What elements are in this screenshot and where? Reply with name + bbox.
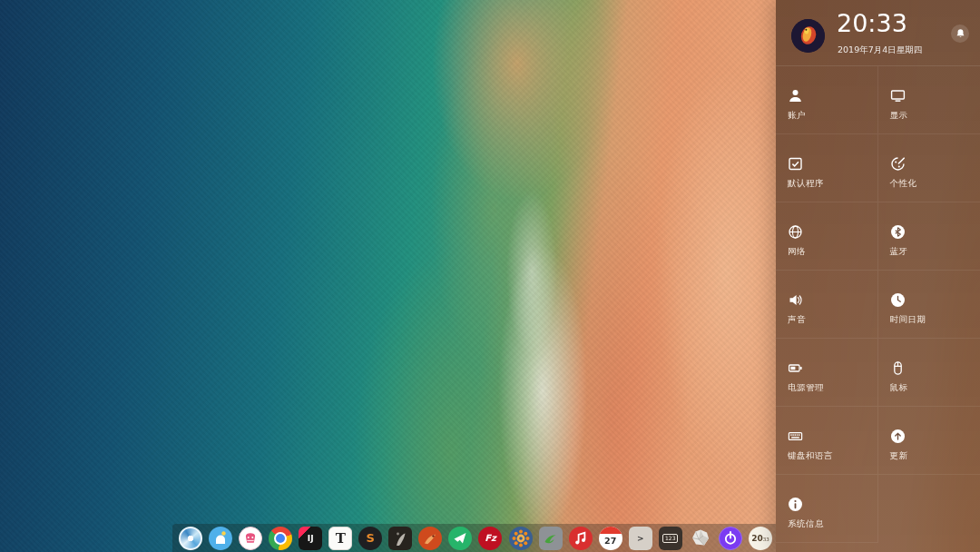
music-player-icon[interactable] [569, 527, 593, 550]
dock-clock-minutes: 33 [763, 537, 769, 542]
settings-item-mouse[interactable]: 鼠标 [878, 339, 980, 407]
send-app-icon[interactable] [448, 527, 472, 550]
dock-clock-icon[interactable]: 20 33 [749, 527, 772, 550]
notification-button[interactable] [951, 25, 969, 43]
calendar-header [599, 527, 622, 534]
keypad-label: 123 [662, 534, 678, 543]
dock-clock-hours: 20 [751, 534, 763, 543]
control-center-panel: 20:33 2019年7月4日星期四 账户 [776, 0, 980, 552]
terminal-glyph: > [637, 534, 644, 543]
typora-icon[interactable]: T [328, 527, 352, 550]
bell-icon [956, 28, 965, 39]
music-app-icon[interactable] [239, 527, 262, 550]
store-glyph [209, 527, 232, 550]
settings-item-label: 时间日期 [890, 314, 980, 326]
settings-item-accounts[interactable]: 账户 [776, 66, 878, 134]
launcher-icon[interactable] [179, 527, 202, 550]
shutdown-icon[interactable] [719, 527, 742, 550]
avatar-image [791, 19, 825, 53]
mouse-icon [890, 360, 906, 376]
store-app-icon[interactable] [209, 527, 232, 550]
paper-plane-glyph [448, 527, 472, 550]
settings-grid: 账户 显示 默认程序 [776, 66, 980, 543]
trash-icon[interactable] [689, 527, 712, 550]
sublime-label: S [367, 531, 375, 545]
chrome-icon[interactable] [269, 527, 292, 550]
settings-item-label: 蓝牙 [890, 246, 980, 258]
filezilla-label: Fz [485, 533, 496, 543]
display-icon [890, 88, 906, 104]
crumpled-paper-glyph [689, 527, 712, 550]
dragon-glyph [539, 527, 563, 550]
sublime-text-icon[interactable]: S [358, 527, 382, 550]
power-icon [788, 360, 803, 376]
user-icon [788, 88, 803, 104]
photo-app-icon[interactable] [388, 527, 412, 550]
network-icon [788, 224, 803, 240]
settings-item-bluetooth[interactable]: 蓝牙 [878, 202, 980, 271]
panel-clock: 20:33 [837, 9, 907, 37]
settings-item-label: 系统信息 [788, 518, 877, 530]
orange-app-glyph [418, 527, 442, 550]
settings-item-label: 默认程序 [788, 178, 877, 190]
default-apps-icon [788, 156, 803, 172]
typora-label: T [336, 530, 346, 547]
settings-item-keyboard[interactable]: 键盘和语言 [776, 407, 878, 475]
personalization-icon [890, 156, 906, 172]
settings-item-label: 账户 [788, 110, 877, 122]
settings-item-label: 网络 [788, 246, 877, 258]
gear-glyph [509, 527, 533, 550]
control-center-header: 20:33 2019年7月4日星期四 [776, 0, 980, 66]
settings-item-label: 键盘和语言 [788, 450, 877, 462]
terminal-icon[interactable]: > [629, 527, 652, 550]
settings-item-label: 显示 [890, 110, 980, 122]
bluetooth-icon [890, 224, 906, 240]
filezilla-icon[interactable]: Fz [478, 527, 502, 550]
intellij-label: IJ [308, 534, 314, 543]
music-note-glyph [569, 527, 593, 550]
settings-item-network[interactable]: 网络 [776, 202, 878, 271]
sound-icon [788, 292, 803, 308]
settings-item-datetime[interactable]: 时间日期 [878, 271, 980, 339]
user-avatar[interactable] [791, 19, 825, 53]
settings-item-update[interactable]: 更新 [878, 407, 980, 475]
settings-item-label: 个性化 [890, 178, 980, 190]
panel-date: 2019年7月4日星期四 [838, 44, 922, 56]
desktop: IJ T S Fz [0, 0, 980, 552]
settings-item-label: 鼠标 [890, 382, 980, 394]
settings-item-system-info[interactable]: 系统信息 [776, 475, 878, 543]
settings-item-label: 电源管理 [788, 382, 877, 394]
music-glyph [240, 527, 261, 550]
settings-item-sound[interactable]: 声音 [776, 271, 878, 339]
calendar-day: 27 [604, 534, 616, 547]
settings-item-power[interactable]: 电源管理 [776, 339, 878, 407]
settings-grid-empty-cell [878, 475, 980, 543]
system-info-icon [788, 497, 803, 512]
datetime-icon [890, 292, 906, 308]
keyboard-icon [788, 429, 803, 444]
photo-app-glyph [388, 527, 412, 550]
power-glyph [720, 527, 741, 550]
settings-item-personalization[interactable]: 个性化 [878, 134, 980, 202]
settings-item-label: 更新 [890, 450, 980, 462]
orange-app-icon[interactable] [418, 527, 442, 550]
update-icon [890, 429, 906, 444]
calendar-icon[interactable]: 27 [599, 527, 622, 550]
dragon-app-icon[interactable] [539, 527, 563, 550]
dock: IJ T S Fz [172, 524, 779, 552]
keypad-app-icon[interactable]: 123 [659, 527, 682, 550]
intellij-icon[interactable]: IJ [299, 527, 322, 550]
gear-app-icon[interactable] [509, 527, 533, 550]
settings-item-default-apps[interactable]: 默认程序 [776, 134, 878, 202]
settings-item-display[interactable]: 显示 [878, 66, 980, 134]
settings-item-label: 声音 [788, 314, 877, 326]
